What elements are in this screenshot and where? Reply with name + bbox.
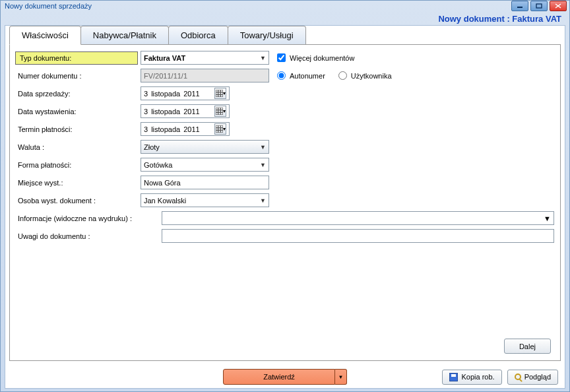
label-wiecej-dokumentow: Więcej dokumentów: [290, 54, 354, 62]
form: Typ dokumentu: Faktura VAT ▼ Więcej doku…: [10, 45, 560, 249]
svg-rect-14: [216, 125, 223, 133]
dalej-button[interactable]: Dalej: [504, 339, 551, 354]
combo-informacje[interactable]: ▼: [162, 211, 554, 225]
radio-autonumer[interactable]: [277, 71, 286, 80]
label-numer: Numer dokumentu :: [15, 72, 141, 80]
calendar-icon: [216, 125, 223, 133]
tab-bar: Właściwości Nabywca/Płatnik Odbiorca Tow…: [9, 25, 565, 44]
combo-typ-dokumentu[interactable]: Faktura VAT ▼: [141, 51, 269, 65]
chevron-down-icon: ▼: [544, 214, 551, 222]
date-data-wystawienia[interactable]: 3 listopada 2011 ▾: [141, 104, 230, 118]
label-termin-platnosci: Termin płatności:: [15, 125, 141, 133]
combo-typ-dokumentu-value: Faktura VAT: [144, 54, 185, 62]
app-window: Nowy dokument sprzedaży Nowy dokument : …: [0, 0, 570, 392]
window-title: Nowy dokument sprzedaży: [5, 2, 511, 10]
titlebar: Nowy dokument sprzedaży: [1, 1, 569, 11]
calendar-icon: [216, 90, 223, 97]
tab-nabywca[interactable]: Nabywca/Płatnik: [80, 26, 169, 45]
close-button[interactable]: [550, 1, 567, 11]
combo-osoba-wyst[interactable]: Jan Kowalski ▼: [141, 193, 269, 207]
calendar-drop-button[interactable]: ▾: [214, 123, 226, 135]
label-waluta: Waluta :: [15, 143, 141, 151]
podglad-button[interactable]: Podgląd: [507, 370, 558, 385]
input-numer: FV/2011/11/1: [141, 69, 269, 82]
tab-odbiorca[interactable]: Odbiorca: [168, 26, 228, 45]
date-data-sprzedazy[interactable]: 3 listopada 2011 ▾: [141, 86, 230, 100]
save-icon: [449, 373, 458, 381]
chevron-down-icon: ▼: [260, 162, 266, 168]
svg-rect-0: [517, 7, 522, 8]
chevron-down-icon: ▼: [260, 55, 266, 61]
tab-wlasciwosci[interactable]: Właściwości: [9, 26, 81, 45]
svg-rect-4: [216, 90, 223, 97]
minimize-icon: [517, 3, 523, 9]
tab-towary[interactable]: Towary/Usługi: [228, 26, 306, 45]
zatwierdz-split-button: Zatwierdź ▼: [223, 369, 347, 385]
combo-osoba-wyst-value: Jan Kowalski: [144, 197, 186, 205]
combo-forma-platnosci-value: Gotówka: [144, 161, 172, 169]
label-data-sprzedazy: Data sprzedaży:: [15, 90, 141, 98]
label-uwagi: Uwagi do dokumentu :: [15, 232, 162, 240]
label-autonumer: Autonumer: [290, 72, 325, 80]
input-miejsce-wyst[interactable]: Nowa Góra: [141, 176, 269, 189]
input-numer-value: FV/2011/11/1: [144, 72, 187, 80]
minimize-button[interactable]: [511, 1, 528, 11]
label-forma-platnosci: Forma płatności:: [15, 161, 141, 169]
document-type-header: Nowy dokument : Faktura VAT: [1, 11, 569, 25]
input-miejsce-wyst-value: Nowa Góra: [144, 179, 181, 187]
combo-waluta-value: Złoty: [144, 143, 160, 151]
maximize-icon: [536, 3, 542, 9]
calendar-drop-button[interactable]: ▾: [214, 106, 226, 117]
svg-rect-1: [536, 4, 542, 8]
calendar-drop-button[interactable]: ▾: [214, 88, 226, 99]
chevron-down-icon: ▼: [260, 197, 266, 204]
zatwierdz-dropdown-button[interactable]: ▼: [335, 369, 347, 385]
chevron-down-icon: ▼: [260, 144, 266, 150]
label-osoba-wyst: Osoba wyst. dokument :: [15, 197, 141, 205]
maximize-button[interactable]: [530, 1, 548, 11]
close-icon: [555, 3, 561, 9]
date-termin-platnosci[interactable]: 3 listopada 2011 ▾: [141, 122, 230, 136]
calendar-icon: [216, 108, 223, 115]
input-uwagi[interactable]: [162, 229, 554, 243]
client-area: Właściwości Nabywca/Płatnik Odbiorca Tow…: [5, 25, 565, 389]
label-uzytkownika: Użytkownika: [351, 72, 392, 80]
combo-waluta[interactable]: Złoty ▼: [141, 140, 269, 154]
footer-bar: Zatwierdź ▼ Kopia rob. Podgląd: [5, 366, 565, 388]
label-typ-dokumentu: Typ dokumentu:: [15, 51, 138, 65]
kopia-rob-button[interactable]: Kopia rob.: [442, 370, 501, 385]
svg-rect-9: [216, 108, 223, 115]
window-controls: [511, 1, 567, 11]
radio-uzytkownika[interactable]: [338, 71, 347, 80]
checkbox-wiecej-dokumentow[interactable]: [277, 53, 286, 62]
label-data-wystawienia: Data wystawienia:: [15, 108, 141, 115]
combo-forma-platnosci[interactable]: Gotówka ▼: [141, 158, 269, 172]
tab-panel: Typ dokumentu: Faktura VAT ▼ Więcej doku…: [9, 44, 561, 361]
label-informacje: Informacje (widoczne na wydruku) :: [15, 214, 162, 222]
zatwierdz-button[interactable]: Zatwierdź: [223, 369, 335, 385]
label-miejsce-wyst: Miejsce wyst.:: [15, 179, 141, 187]
magnifier-icon: [515, 374, 521, 380]
